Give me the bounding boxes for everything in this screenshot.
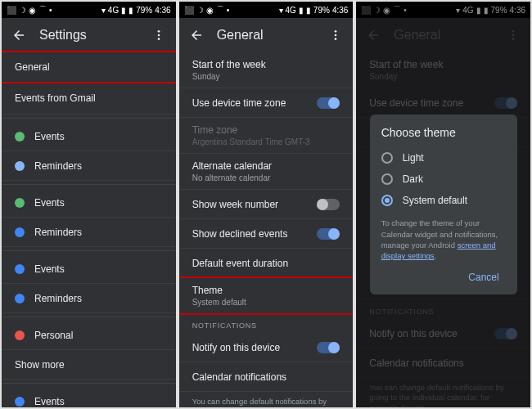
settings-list: General Events from Gmail Events Reminde… [2,52,176,407]
general-list: Start of the week Sunday Use device time… [179,52,354,407]
calendar-item-reminders[interactable]: Reminders [2,151,176,181]
battery-icon: ▮ [306,6,311,15]
phone-general-screen: ⬛ ☽ ◉ ⌒ • ▾ 4G ▮ ▮ 79% 4:36 General Star… [179,2,354,407]
status-icon: • [227,6,230,15]
setting-theme[interactable]: Theme System default [179,276,354,315]
setting-notify-device[interactable]: Notify on this device [179,333,354,362]
item-label: Theme [192,285,340,296]
calendar-item-personal[interactable]: Personal [2,321,176,350]
status-bar: ⬛ ☽ ◉ ⌒ • ▾ 4G ▮ ▮ 79% 4:36 [179,2,354,18]
appbar: Settings [2,18,176,52]
calendar-item-events[interactable]: Events [2,188,176,218]
item-label: Events [34,396,163,407]
color-dot-icon [15,198,25,208]
settings-item-events-gmail[interactable]: Events from Gmail [2,82,176,115]
toggle-switch[interactable] [317,199,340,210]
theme-dialog: Choose theme Light Dark System default T… [370,115,517,294]
item-label: Alternate calendar [192,160,340,172]
battery-pct: 79% [313,6,330,15]
item-label: Reminders [34,293,163,304]
option-label: Light [403,152,424,164]
item-label: Use device time zone [192,97,308,109]
radio-icon [381,173,393,185]
divider [2,184,176,185]
item-sublabel: Sunday [192,72,340,81]
signal-bars-icon: ▮ [299,6,304,15]
signal-bars-icon: ▮ [121,6,126,15]
svg-point-0 [157,30,160,33]
color-dot-icon [15,132,25,142]
calendar-item-events[interactable]: Events [2,122,176,151]
settings-item-general[interactable]: General [2,51,176,83]
clock: 4:36 [155,6,170,15]
item-sublabel: System default [192,298,340,307]
svg-point-4 [335,34,337,37]
calendar-item-reminders[interactable]: Reminders [2,218,176,247]
setting-calendar-notifications[interactable]: Calendar notifications [179,362,354,392]
dialog-title: Choose theme [381,126,506,139]
phone-settings-screen: ⬛ ☽ ◉ ⌒ • ▾ 4G ▮ ▮ 79% 4:36 Settings Gen… [2,2,176,407]
radio-icon [381,195,393,206]
theme-option-light[interactable]: Light [381,147,506,169]
calendar-item-events[interactable]: Events [2,387,176,407]
dialog-backdrop[interactable]: Choose theme Light Dark System default T… [356,2,530,407]
moon-icon: ☽ [196,6,204,15]
cancel-button[interactable]: Cancel [462,267,505,288]
appbar: General [179,18,354,52]
theme-option-system[interactable]: System default [381,190,506,211]
setting-declined-events[interactable]: Show declined events [179,219,354,249]
setting-timezone: Time zone Argentina Standard Time GMT-3 [179,118,354,154]
item-sublabel: Argentina Standard Time GMT-3 [192,137,340,146]
item-label: General [15,61,163,73]
back-icon[interactable] [11,28,26,43]
divider [2,383,176,384]
item-label: Events [34,197,163,209]
settings-item-show-more[interactable]: Show more [2,350,176,380]
option-label: Dark [403,173,423,185]
svg-point-1 [157,34,160,37]
toggle-switch[interactable] [317,342,340,353]
theme-option-dark[interactable]: Dark [381,169,506,190]
setting-default-duration[interactable]: Default event duration [179,249,354,278]
battery-pct: 79% [136,6,152,15]
color-dot-icon [15,330,25,340]
item-label: Show week number [192,199,308,210]
item-sublabel: No alternate calendar [192,173,340,182]
setting-alt-calendar[interactable]: Alternate calendar No alternate calendar [179,154,354,190]
color-dot-icon [15,397,25,407]
item-label: Show more [15,359,163,371]
setting-week-number[interactable]: Show week number [179,190,354,219]
status-icon: ⬛ [184,6,194,15]
signal-icon: 4G [108,6,119,15]
item-label: Notify on this device [192,342,308,353]
calendar-item-events[interactable]: Events [2,254,176,284]
divider [2,317,176,317]
item-label: Show declined events [192,228,308,240]
status-icon: ⌒ [216,4,224,16]
setting-start-week[interactable]: Start of the week Sunday [179,52,354,88]
dialog-note: To change the theme of your Calendar wid… [381,218,506,261]
color-dot-icon [15,227,25,237]
divider [2,118,176,119]
setting-device-timezone[interactable]: Use device time zone [179,88,354,118]
calendar-item-reminders[interactable]: Reminders [2,284,176,313]
status-icon: • [49,6,52,15]
item-label: Start of the week [192,59,340,70]
svg-point-2 [157,38,160,40]
section-header: NOTIFICATIONS [179,313,354,333]
overflow-icon[interactable] [151,28,166,43]
status-icon: ⬛ [7,6,16,15]
item-label: Events from Gmail [15,92,163,104]
back-icon[interactable] [189,28,204,43]
item-label: Reminders [34,227,163,238]
divider [2,250,176,251]
status-icon: ◉ [206,6,214,15]
toggle-switch[interactable] [317,97,340,109]
overflow-icon[interactable] [328,28,343,43]
page-title: Settings [39,28,138,43]
clock: 4:36 [332,6,348,15]
status-icon: ⌒ [38,4,47,16]
item-label: Calendar notifications [192,371,340,383]
toggle-switch[interactable] [317,228,340,240]
item-label: Reminders [34,160,163,172]
